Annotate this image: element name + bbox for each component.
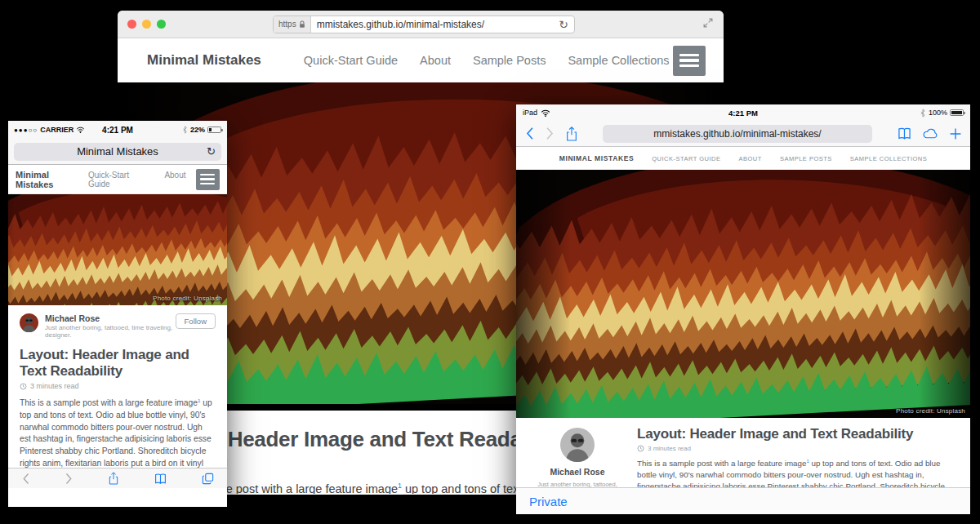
nav-link-quick-start-guide[interactable]: Quick-Start Guide bbox=[88, 171, 151, 189]
nav-link-quick-start-guide[interactable]: Quick-Start Guide bbox=[304, 54, 398, 67]
minimize-window-button[interactable] bbox=[142, 20, 151, 29]
header-image: Photo credit: Unsplash bbox=[8, 194, 227, 305]
author-bio: Just another boring, tattooed, bbox=[529, 481, 626, 487]
url-text: mmistakes.github.io/minimal-mistakes/ bbox=[311, 19, 554, 30]
back-icon[interactable] bbox=[21, 473, 30, 485]
private-toggle[interactable]: Private bbox=[529, 495, 568, 508]
back-icon[interactable] bbox=[524, 127, 535, 140]
post-main: Layout: Header Image and Text Readabilit… bbox=[626, 426, 956, 487]
photo-credit: Photo credit: Unsplash bbox=[896, 407, 965, 415]
safari-address-row: Minimal Mistakes ↻ bbox=[8, 139, 227, 165]
body-text: This is a sample post with a large featu… bbox=[20, 399, 198, 408]
ipad-status-bar: iPad 4:21 PM 100% bbox=[516, 104, 970, 121]
leaves-photo bbox=[8, 194, 227, 305]
body-text: This is a sample post with a large featu… bbox=[637, 459, 806, 468]
avatar bbox=[560, 428, 595, 462]
nav-link-sample-collections[interactable]: Sample Collections bbox=[568, 54, 669, 67]
https-badge: https bbox=[274, 16, 311, 33]
nav-link-sample-posts[interactable]: Sample Posts bbox=[473, 54, 546, 67]
forward-icon[interactable] bbox=[65, 473, 74, 485]
read-time: 3 minutes read bbox=[648, 445, 691, 452]
signal-dots-icon: ●●●○○ bbox=[14, 127, 38, 134]
battery-icon bbox=[950, 109, 964, 116]
share-icon[interactable] bbox=[108, 471, 119, 486]
reload-icon[interactable]: ↻ bbox=[553, 18, 574, 31]
site-title-link[interactable]: Minimal Mistakes bbox=[559, 154, 634, 162]
icloud-icon[interactable] bbox=[922, 127, 939, 140]
photo-credit: Photo credit: Unsplash bbox=[153, 295, 222, 302]
carrier-label: CARRIER bbox=[40, 126, 74, 134]
address-bar[interactable]: mmistakes.github.io/minimal-mistakes/ bbox=[603, 125, 872, 143]
post-body: This is a sample post with a large featu… bbox=[637, 458, 956, 487]
follow-button[interactable]: Follow bbox=[176, 313, 216, 329]
site-masthead: Minimal Mistakes Quick-Start Guide About bbox=[8, 165, 227, 194]
nav-link-quick-start-guide[interactable]: Quick-Start Guide bbox=[652, 155, 720, 162]
battery-percent: 22% bbox=[190, 126, 205, 134]
safari-toolbar: mmistakes.github.io/minimal-mistakes/ bbox=[516, 121, 970, 147]
browser-chrome-bar: https mmistakes.github.io/minimal-mistak… bbox=[118, 11, 724, 38]
forward-icon[interactable] bbox=[545, 127, 555, 140]
safari-bottom-toolbar bbox=[8, 468, 227, 488]
post-title: Layout: Header Image and Text Readabilit… bbox=[637, 426, 956, 442]
nav-link-about[interactable]: About bbox=[739, 155, 762, 162]
clock-icon bbox=[637, 445, 644, 452]
bookmarks-icon[interactable] bbox=[897, 127, 912, 140]
iphone-status-bar: ●●●○○ CARRIER 4:21 PM 22% bbox=[8, 121, 227, 139]
lock-icon bbox=[299, 20, 305, 29]
site-masthead: Minimal Mistakes Quick-Start Guide About… bbox=[118, 38, 724, 82]
clock-icon bbox=[20, 383, 27, 390]
header-image: Photo credit: Unsplash bbox=[516, 170, 970, 418]
post-meta: 3 minutes read bbox=[20, 382, 216, 390]
bookmarks-icon[interactable] bbox=[154, 473, 167, 485]
site-nav: Quick-Start Guide About Sample Posts Sam… bbox=[304, 54, 670, 67]
menu-toggle-button[interactable] bbox=[673, 46, 706, 76]
article-content: Michael Rose Just another boring, tattoo… bbox=[516, 418, 970, 487]
bluetooth-icon bbox=[920, 109, 926, 118]
reload-icon[interactable]: ↻ bbox=[207, 145, 216, 158]
url-text: mmistakes.github.io/minimal-mistakes/ bbox=[653, 128, 821, 140]
iphone-mockup: ●●●○○ CARRIER 4:21 PM 22% Minimal Mistak… bbox=[8, 121, 227, 507]
address-bar[interactable]: https mmistakes.github.io/minimal-mistak… bbox=[273, 16, 575, 33]
nav-link-sample-posts[interactable]: Sample Posts bbox=[780, 155, 832, 162]
status-time: 4:21 PM bbox=[516, 109, 970, 118]
author-name: Michael Rose bbox=[529, 467, 626, 477]
address-bar[interactable]: Minimal Mistakes ↻ bbox=[14, 143, 221, 161]
close-window-button[interactable] bbox=[127, 20, 136, 29]
fullscreen-icon[interactable] bbox=[702, 17, 714, 32]
author-bio: Just another boring, tattooed, time trav… bbox=[45, 324, 176, 339]
menu-toggle-button[interactable] bbox=[196, 169, 220, 190]
read-time: 3 minutes read bbox=[30, 382, 79, 390]
bluetooth-icon bbox=[182, 126, 188, 134]
site-title-link[interactable]: Minimal Mistakes bbox=[147, 52, 261, 69]
page-title: Minimal Mistakes bbox=[77, 145, 158, 158]
https-label: https bbox=[278, 20, 296, 29]
battery-percent: 100% bbox=[929, 109, 947, 117]
battery-icon bbox=[207, 127, 221, 133]
nav-link-about[interactable]: About bbox=[420, 54, 451, 67]
site-masthead: Minimal Mistakes Quick-Start Guide About… bbox=[516, 147, 970, 170]
article-content: Michael Rose Just another boring, tattoo… bbox=[8, 305, 227, 488]
zoom-window-button[interactable] bbox=[157, 20, 166, 29]
site-title-link[interactable]: Minimal Mistakes bbox=[16, 170, 88, 189]
author-sidebar: Michael Rose Just another boring, tattoo… bbox=[529, 426, 626, 487]
leaves-photo bbox=[516, 170, 970, 418]
avatar bbox=[20, 313, 38, 332]
author-name: Michael Rose bbox=[45, 313, 176, 323]
post-meta: 3 minutes read bbox=[637, 445, 956, 452]
window-controls bbox=[127, 20, 225, 29]
nav-link-sample-collections[interactable]: Sample Collections bbox=[850, 155, 927, 162]
private-browsing-bar: Private bbox=[516, 487, 970, 514]
share-icon[interactable] bbox=[565, 126, 578, 142]
nav-link-about[interactable]: About bbox=[164, 171, 185, 189]
tabs-icon[interactable] bbox=[202, 473, 214, 485]
author-row: Michael Rose Just another boring, tattoo… bbox=[20, 313, 216, 339]
wifi-icon bbox=[76, 127, 85, 133]
showcase-canvas: https mmistakes.github.io/minimal-mistak… bbox=[0, 0, 980, 524]
ipad-mockup: iPad 4:21 PM 100% mmistakes.github.io/mi… bbox=[516, 104, 970, 514]
new-tab-icon[interactable] bbox=[949, 127, 962, 140]
post-title: Layout: Header Image and Text Readabilit… bbox=[20, 347, 216, 379]
